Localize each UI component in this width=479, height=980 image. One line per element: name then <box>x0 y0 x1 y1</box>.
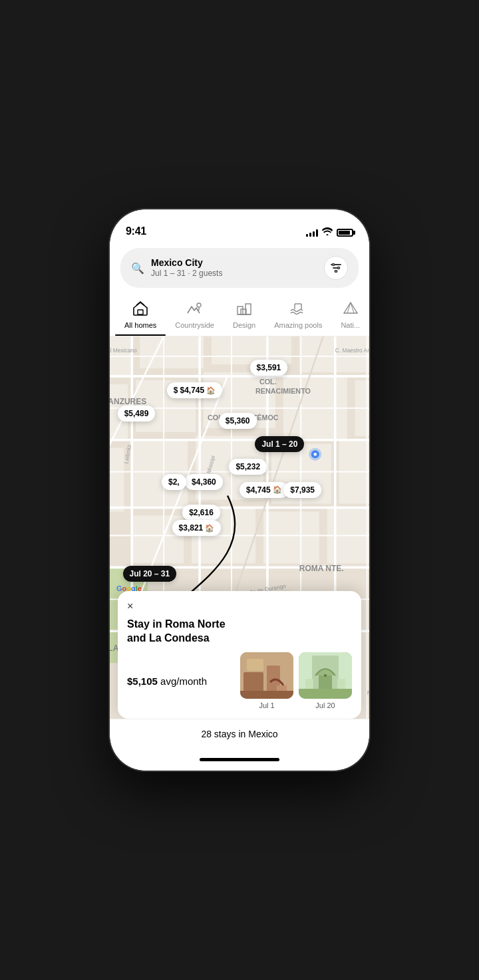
card-image-wrap-1[interactable]: Jul 1 <box>240 652 293 709</box>
date-range-label: Jul 1 – 20 <box>261 439 297 449</box>
price-label: $ <box>174 386 178 395</box>
price-label: $3,821 <box>179 523 204 533</box>
svg-point-4 <box>197 303 201 307</box>
svg-rect-88 <box>305 679 313 689</box>
svg-point-2 <box>335 271 337 273</box>
price-bubble-3821[interactable]: $3,821 🏠 <box>172 520 222 536</box>
home-indicator-bar <box>110 748 369 771</box>
price-label: $4,360 <box>192 477 216 487</box>
price-bubble-partial[interactable]: $2, <box>162 474 186 490</box>
tab-design-label: Design <box>233 321 255 329</box>
tab-national[interactable]: Nati... <box>331 297 369 336</box>
price-bubble-5232[interactable]: $5,232 <box>229 459 267 475</box>
national-icon <box>342 301 359 318</box>
price-bubble-7935[interactable]: $7,935 <box>283 482 321 498</box>
price-bubble-2616[interactable]: $2,616 <box>182 505 220 521</box>
tab-national-label: Nati... <box>341 321 360 329</box>
card-images: Jul 1 <box>240 652 352 709</box>
search-city: Mexico City <box>151 257 317 269</box>
price-bubble-5360[interactable]: $5,360 <box>219 413 257 429</box>
svg-rect-89 <box>337 679 345 689</box>
svg-text:ROMA NTE.: ROMA NTE. <box>299 564 344 573</box>
svg-rect-3 <box>138 310 143 314</box>
svg-rect-87 <box>299 689 352 699</box>
card-image-label-2: Jul 20 <box>315 701 335 709</box>
svg-text:nal Mexicano: nal Mexicano <box>110 347 137 354</box>
svg-rect-78 <box>243 672 263 692</box>
svg-rect-5 <box>238 306 243 314</box>
card-image-1 <box>240 652 293 699</box>
price-bubble-3591[interactable]: $3,591 <box>250 360 288 376</box>
tab-amazing-pools-label: Amazing pools <box>274 321 322 329</box>
svg-rect-22 <box>110 448 124 512</box>
svg-rect-82 <box>240 691 293 699</box>
tab-amazing-pools[interactable]: Amazing pools <box>265 297 331 336</box>
all-homes-icon <box>132 301 149 318</box>
svg-rect-29 <box>263 512 319 564</box>
price-label: $7,935 <box>290 485 315 495</box>
price-label: $2, <box>168 477 180 487</box>
stay-info-card: × Stay in Roma Norteand La Condesa $5,10… <box>118 591 361 719</box>
price-bubble-4745-2[interactable]: $4,745 🏠 <box>240 482 289 498</box>
amazing-pools-icon <box>289 301 307 318</box>
home-icon: 🏠 <box>206 386 216 395</box>
tab-countryside[interactable]: Countryside <box>166 297 224 336</box>
price-label: $5,489 <box>124 409 149 418</box>
card-price: $5,105 avg/month <box>127 675 232 687</box>
search-text-block: Mexico City Jul 1 – 31 · 2 guests <box>151 257 317 279</box>
search-dates-guests: Jul 1 – 31 · 2 guests <box>151 269 317 279</box>
price-unit: avg/month <box>160 675 207 687</box>
search-icon: 🔍 <box>131 262 144 275</box>
countryside-icon <box>186 301 204 318</box>
search-bar[interactable]: 🔍 Mexico City Jul 1 – 31 · 2 guests <box>120 248 359 288</box>
price-label: $2,616 <box>189 508 214 517</box>
svg-text:COL.: COL. <box>259 378 277 386</box>
svg-point-1 <box>338 267 340 269</box>
status-bar: 9:41 <box>110 209 369 243</box>
card-bottom-row: $5,105 avg/month <box>127 652 352 709</box>
close-button[interactable]: × <box>127 600 133 612</box>
price-label: $4,745 <box>180 386 204 395</box>
svg-rect-80 <box>247 659 263 671</box>
itinerary-date-jul1-20[interactable]: Jul 1 – 20 <box>255 436 304 452</box>
price-label: $5,232 <box>236 462 260 471</box>
svg-text:ROMA SUR: ROMA SUR <box>367 689 369 696</box>
category-tabs: All homes Countryside <box>110 295 369 336</box>
itinerary-date-jul20-31[interactable]: Jul 20 – 31 <box>123 566 177 582</box>
tab-all-homes[interactable]: All homes <box>115 297 166 336</box>
date-range-label: Jul 20 – 31 <box>130 569 170 578</box>
svg-text:C. Maestro Antonio Caso: C. Maestro Antonio Caso <box>335 347 369 354</box>
design-icon <box>236 301 253 318</box>
card-image-2 <box>299 652 352 699</box>
price-label: $5,360 <box>226 416 250 426</box>
card-title: Stay in Roma Norteand La Condesa <box>127 618 352 646</box>
card-image-wrap-2[interactable]: Jul 20 <box>299 652 352 709</box>
stays-bar: 28 stays in Mexico <box>110 719 369 748</box>
battery-icon <box>337 229 353 237</box>
phone-frame: 9:41 🔍 <box>110 209 369 771</box>
price-label: $3,591 <box>257 363 281 372</box>
tab-design[interactable]: Design <box>224 297 265 336</box>
home-icon: 🏠 <box>205 524 214 533</box>
price-bubble-4360[interactable]: $4,360 <box>185 474 223 490</box>
status-icons <box>306 227 353 237</box>
wifi-icon <box>322 227 333 237</box>
tab-countryside-label: Countryside <box>175 321 214 329</box>
tab-all-homes-label: All homes <box>124 321 156 329</box>
home-indicator <box>200 758 279 761</box>
search-header: 🔍 Mexico City Jul 1 – 31 · 2 guests <box>110 243 369 295</box>
svg-text:RENACIMIENTO: RENACIMIENTO <box>255 387 311 395</box>
svg-text:ANZURES: ANZURES <box>110 397 146 406</box>
svg-point-72 <box>313 453 317 456</box>
map-container[interactable]: ANZURES COL. RENACIMIENTO COL. CUAUHTÉMO… <box>110 336 369 719</box>
signal-icon <box>306 229 318 237</box>
price-label: $4,745 <box>246 485 271 495</box>
price-bubble-5489[interactable]: $5,489 <box>118 406 156 422</box>
price-amount: $5,105 <box>127 675 158 687</box>
stays-count-text: 28 stays in Mexico <box>201 729 277 739</box>
phone-screen: 9:41 🔍 <box>110 209 369 771</box>
svg-point-0 <box>333 264 335 266</box>
status-time: 9:41 <box>126 225 146 237</box>
filter-button[interactable] <box>324 256 348 280</box>
price-bubble-4745-1[interactable]: $ $4,745 🏠 <box>167 382 222 398</box>
